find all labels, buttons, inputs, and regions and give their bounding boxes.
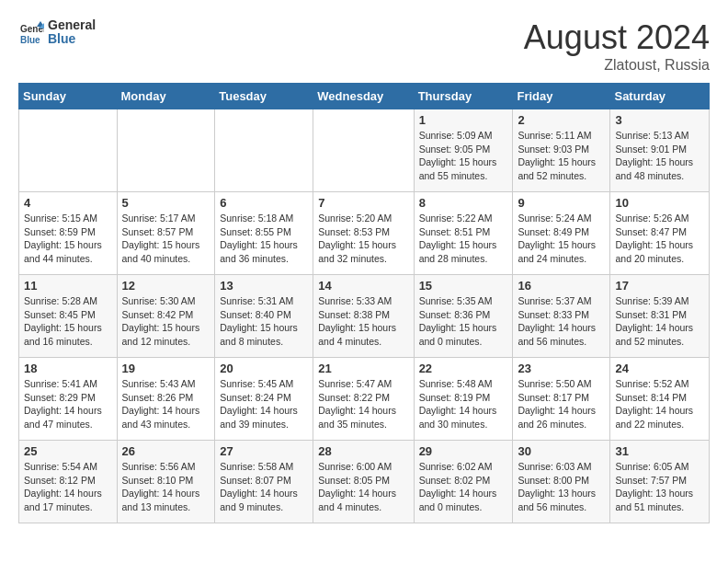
weekday-header: Monday <box>117 84 215 109</box>
day-info: Sunrise: 6:05 AM Sunset: 7:57 PM Dayligh… <box>615 460 704 514</box>
day-number: 13 <box>220 279 308 293</box>
day-number: 1 <box>419 113 508 127</box>
day-number: 26 <box>122 444 210 458</box>
calendar-week-row: 1Sunrise: 5:09 AM Sunset: 9:05 PM Daylig… <box>19 109 710 192</box>
day-info: Sunrise: 5:33 AM Sunset: 8:38 PM Dayligh… <box>318 294 408 349</box>
calendar-week-row: 18Sunrise: 5:41 AM Sunset: 8:29 PM Dayli… <box>19 358 710 441</box>
calendar-cell: 8Sunrise: 5:22 AM Sunset: 8:51 PM Daylig… <box>414 192 513 275</box>
day-info: Sunrise: 6:02 AM Sunset: 8:02 PM Dayligh… <box>419 460 508 514</box>
day-info: Sunrise: 5:13 AM Sunset: 9:01 PM Dayligh… <box>615 129 704 183</box>
calendar-cell: 23Sunrise: 5:50 AM Sunset: 8:17 PM Dayli… <box>513 358 610 441</box>
day-info: Sunrise: 5:22 AM Sunset: 8:51 PM Dayligh… <box>419 212 508 266</box>
calendar-cell: 1Sunrise: 5:09 AM Sunset: 9:05 PM Daylig… <box>414 109 513 192</box>
calendar-cell: 12Sunrise: 5:30 AM Sunset: 8:42 PM Dayli… <box>117 275 215 358</box>
day-number: 19 <box>122 362 210 375</box>
day-number: 17 <box>615 279 704 293</box>
day-number: 6 <box>220 196 308 210</box>
calendar-cell: 22Sunrise: 5:48 AM Sunset: 8:19 PM Dayli… <box>414 358 513 441</box>
day-number: 29 <box>419 444 508 458</box>
calendar-cell: 7Sunrise: 5:20 AM Sunset: 8:53 PM Daylig… <box>313 192 414 275</box>
weekday-header: Saturday <box>610 84 710 109</box>
calendar-cell: 28Sunrise: 6:00 AM Sunset: 8:05 PM Dayli… <box>313 441 414 523</box>
calendar-cell: 18Sunrise: 5:41 AM Sunset: 8:29 PM Dayli… <box>19 358 118 441</box>
location: Zlatoust, Russia <box>524 57 710 74</box>
logo-blue: Blue <box>48 32 96 46</box>
day-info: Sunrise: 5:20 AM Sunset: 8:53 PM Dayligh… <box>318 212 408 266</box>
calendar-cell: 24Sunrise: 5:52 AM Sunset: 8:14 PM Dayli… <box>610 358 710 441</box>
calendar-week-row: 4Sunrise: 5:15 AM Sunset: 8:59 PM Daylig… <box>19 192 710 275</box>
calendar-cell: 29Sunrise: 6:02 AM Sunset: 8:02 PM Dayli… <box>414 441 513 523</box>
day-number: 8 <box>419 196 508 210</box>
day-info: Sunrise: 5:37 AM Sunset: 8:33 PM Dayligh… <box>518 294 605 349</box>
day-info: Sunrise: 5:56 AM Sunset: 8:10 PM Dayligh… <box>122 460 210 514</box>
weekday-header: Wednesday <box>313 84 414 109</box>
day-number: 15 <box>419 279 508 293</box>
calendar-cell: 11Sunrise: 5:28 AM Sunset: 8:45 PM Dayli… <box>19 275 118 358</box>
day-number: 16 <box>518 279 605 293</box>
day-info: Sunrise: 5:09 AM Sunset: 9:05 PM Dayligh… <box>419 129 508 183</box>
calendar-cell: 31Sunrise: 6:05 AM Sunset: 7:57 PM Dayli… <box>610 441 710 523</box>
day-info: Sunrise: 6:00 AM Sunset: 8:05 PM Dayligh… <box>318 460 408 514</box>
day-info: Sunrise: 5:43 AM Sunset: 8:26 PM Dayligh… <box>122 377 210 431</box>
day-info: Sunrise: 5:30 AM Sunset: 8:42 PM Dayligh… <box>122 294 210 349</box>
day-info: Sunrise: 5:48 AM Sunset: 8:19 PM Dayligh… <box>419 377 508 431</box>
logo-general: General <box>48 18 96 32</box>
calendar-cell: 9Sunrise: 5:24 AM Sunset: 8:49 PM Daylig… <box>513 192 610 275</box>
day-number: 4 <box>24 196 112 210</box>
month-year: August 2024 <box>524 18 710 57</box>
calendar-header: SundayMondayTuesdayWednesdayThursdayFrid… <box>19 84 710 109</box>
weekday-header: Friday <box>513 84 610 109</box>
calendar-cell: 6Sunrise: 5:18 AM Sunset: 8:55 PM Daylig… <box>215 192 313 275</box>
day-info: Sunrise: 5:11 AM Sunset: 9:03 PM Dayligh… <box>518 129 605 183</box>
day-info: Sunrise: 5:18 AM Sunset: 8:55 PM Dayligh… <box>220 212 308 266</box>
day-number: 22 <box>419 362 508 375</box>
calendar-cell: 14Sunrise: 5:33 AM Sunset: 8:38 PM Dayli… <box>313 275 414 358</box>
day-info: Sunrise: 5:50 AM Sunset: 8:17 PM Dayligh… <box>518 377 605 431</box>
day-number: 31 <box>615 444 704 458</box>
logo: General Blue General Blue <box>18 18 96 47</box>
day-number: 23 <box>518 362 605 375</box>
calendar-cell: 10Sunrise: 5:26 AM Sunset: 8:47 PM Dayli… <box>610 192 710 275</box>
calendar-cell: 2Sunrise: 5:11 AM Sunset: 9:03 PM Daylig… <box>513 109 610 192</box>
day-number: 2 <box>518 113 605 127</box>
calendar-week-row: 11Sunrise: 5:28 AM Sunset: 8:45 PM Dayli… <box>19 275 710 358</box>
calendar-cell: 4Sunrise: 5:15 AM Sunset: 8:59 PM Daylig… <box>19 192 118 275</box>
calendar-body: 1Sunrise: 5:09 AM Sunset: 9:05 PM Daylig… <box>19 109 710 523</box>
calendar-cell: 30Sunrise: 6:03 AM Sunset: 8:00 PM Dayli… <box>513 441 610 523</box>
day-info: Sunrise: 5:45 AM Sunset: 8:24 PM Dayligh… <box>220 377 308 431</box>
calendar-cell: 16Sunrise: 5:37 AM Sunset: 8:33 PM Dayli… <box>513 275 610 358</box>
day-number: 30 <box>518 444 605 458</box>
day-info: Sunrise: 5:26 AM Sunset: 8:47 PM Dayligh… <box>615 212 704 266</box>
day-info: Sunrise: 5:31 AM Sunset: 8:40 PM Dayligh… <box>220 294 308 349</box>
day-info: Sunrise: 5:52 AM Sunset: 8:14 PM Dayligh… <box>615 377 704 431</box>
weekday-header: Thursday <box>414 84 513 109</box>
weekday-header: Sunday <box>19 84 118 109</box>
calendar-cell: 26Sunrise: 5:56 AM Sunset: 8:10 PM Dayli… <box>117 441 215 523</box>
day-info: Sunrise: 5:17 AM Sunset: 8:57 PM Dayligh… <box>122 212 210 266</box>
calendar-cell: 25Sunrise: 5:54 AM Sunset: 8:12 PM Dayli… <box>19 441 118 523</box>
day-number: 10 <box>615 196 704 210</box>
day-number: 21 <box>318 362 408 375</box>
calendar-cell <box>215 109 313 192</box>
day-info: Sunrise: 5:47 AM Sunset: 8:22 PM Dayligh… <box>318 377 408 431</box>
calendar-cell: 21Sunrise: 5:47 AM Sunset: 8:22 PM Dayli… <box>313 358 414 441</box>
calendar-cell: 13Sunrise: 5:31 AM Sunset: 8:40 PM Dayli… <box>215 275 313 358</box>
day-info: Sunrise: 5:15 AM Sunset: 8:59 PM Dayligh… <box>24 212 112 266</box>
calendar-cell: 19Sunrise: 5:43 AM Sunset: 8:26 PM Dayli… <box>117 358 215 441</box>
logo-icon: General Blue <box>18 19 44 45</box>
svg-text:Blue: Blue <box>20 35 40 45</box>
day-number: 14 <box>318 279 408 293</box>
day-number: 11 <box>24 279 112 293</box>
day-number: 18 <box>24 362 112 375</box>
calendar-cell: 3Sunrise: 5:13 AM Sunset: 9:01 PM Daylig… <box>610 109 710 192</box>
day-number: 24 <box>615 362 704 375</box>
day-number: 27 <box>220 444 308 458</box>
title-block: August 2024 Zlatoust, Russia <box>524 18 710 74</box>
weekday-header: Tuesday <box>215 84 313 109</box>
day-info: Sunrise: 5:24 AM Sunset: 8:49 PM Dayligh… <box>518 212 605 266</box>
calendar-week-row: 25Sunrise: 5:54 AM Sunset: 8:12 PM Dayli… <box>19 441 710 523</box>
day-number: 5 <box>122 196 210 210</box>
day-number: 9 <box>518 196 605 210</box>
calendar-cell: 5Sunrise: 5:17 AM Sunset: 8:57 PM Daylig… <box>117 192 215 275</box>
calendar-cell <box>19 109 118 192</box>
